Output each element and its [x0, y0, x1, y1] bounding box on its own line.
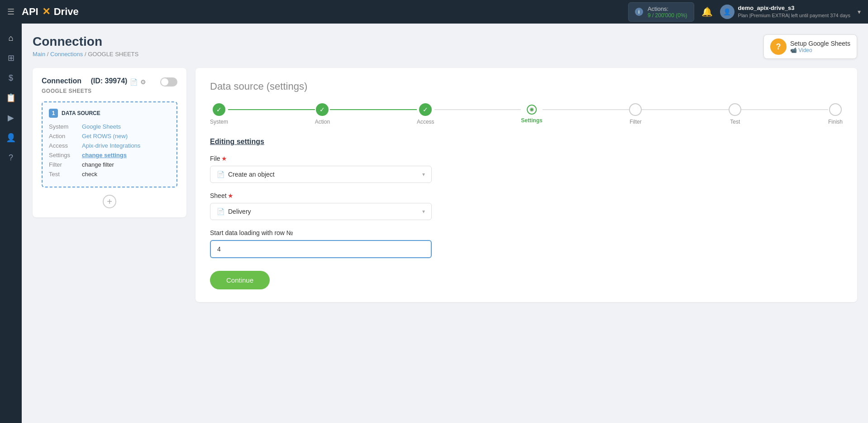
doc-icon[interactable]: 📄: [130, 78, 138, 86]
right-panel: Data source (settings) ✓ System ✓ Action: [196, 68, 857, 302]
info-row-filter: Filter change filter: [49, 161, 170, 168]
connection-title-row: Connection (ID: 39974) 📄 ⚙: [42, 77, 177, 87]
row-form-group: Start data loading with row №: [210, 229, 843, 258]
info-label-action: Action: [49, 133, 78, 139]
step-action: ✓ Action: [315, 103, 330, 125]
sidebar-item-video[interactable]: ▶: [2, 109, 20, 127]
info-row-access: Access Apix-drive Integrations: [49, 142, 170, 149]
step-line-3: [434, 109, 521, 110]
help-circle-icon[interactable]: ?: [770, 38, 787, 55]
help-video-link[interactable]: 📹 Video: [790, 47, 850, 53]
help-title: Setup Google Sheets: [790, 40, 850, 47]
info-value-filter: change filter: [82, 161, 114, 168]
info-row-system: System Google Sheets: [49, 123, 170, 130]
topnav: ☰ API✕Drive i Actions: 9 / 200'000 (0%) …: [0, 0, 868, 24]
step-line-1: [228, 109, 315, 110]
sidebar-item-integrations[interactable]: ⊞: [2, 49, 20, 67]
sheet-select-left: 📄 Delivery: [217, 208, 251, 215]
stepper: ✓ System ✓ Action ✓ Access: [210, 103, 843, 125]
info-label-test: Test: [49, 171, 78, 178]
logo-drive: Drive: [54, 6, 79, 18]
step-line-2: [330, 109, 417, 110]
breadcrumb-main[interactable]: Main: [33, 51, 45, 58]
file-form-group: File★ 📄 Create an object ▾: [210, 155, 843, 183]
info-row-settings: Settings change settings: [49, 152, 170, 159]
step-test: Test: [729, 103, 741, 125]
info-row-test: Test check: [49, 171, 170, 178]
step-label-system: System: [210, 119, 228, 125]
sheet-select-value: Delivery: [228, 208, 251, 215]
step-label-test: Test: [730, 119, 740, 125]
logo-x: ✕: [42, 6, 50, 18]
step-circle-test: [729, 103, 741, 116]
card-num: 1: [49, 109, 58, 118]
main-content: Connection Main / Connections / GOOGLE S…: [22, 24, 868, 423]
info-value-action[interactable]: Get ROWS (new): [82, 133, 128, 139]
help-text: Setup Google Sheets 📹 Video: [790, 40, 850, 53]
bell-icon[interactable]: 🔔: [701, 6, 713, 17]
left-panel: Connection (ID: 39974) 📄 ⚙ GOOGLE SHEETS…: [33, 68, 186, 217]
sheet-chevron-icon: ▾: [422, 208, 425, 215]
file-select-value: Create an object: [228, 171, 275, 178]
sidebar-item-billing[interactable]: $: [2, 69, 20, 87]
file-select[interactable]: 📄 Create an object ▾: [210, 166, 432, 183]
actions-label: Actions:: [648, 5, 687, 12]
step-filter: Filter: [629, 103, 642, 125]
info-value-access[interactable]: Apix-drive Integrations: [82, 142, 140, 149]
help-widget: ? Setup Google Sheets 📹 Video: [763, 34, 857, 59]
info-label-filter: Filter: [49, 161, 78, 168]
step-access: ✓ Access: [417, 103, 434, 125]
step-circle-system: ✓: [213, 103, 225, 116]
toggle-switch[interactable]: [160, 77, 177, 87]
sidebar-item-tasks[interactable]: 📋: [2, 89, 20, 107]
step-label-access: Access: [417, 119, 434, 125]
step-circle-action: ✓: [316, 103, 329, 116]
step-label-action: Action: [315, 119, 330, 125]
file-chevron-icon: ▾: [422, 171, 425, 178]
info-value-settings[interactable]: change settings: [82, 152, 127, 159]
continue-button[interactable]: Continue: [210, 271, 270, 289]
content-row: Connection (ID: 39974) 📄 ⚙ GOOGLE SHEETS…: [33, 68, 857, 302]
user-plan: Plan |Premium EXTRA| left until payment …: [738, 12, 850, 19]
sidebar-item-help[interactable]: ?: [2, 149, 20, 167]
sheet-select[interactable]: 📄 Delivery ▾: [210, 203, 432, 220]
avatar: 👤: [720, 5, 734, 19]
sheet-form-group: Sheet★ 📄 Delivery ▾: [210, 192, 843, 220]
row-input[interactable]: [210, 240, 432, 258]
connection-subtitle: GOOGLE SHEETS: [42, 88, 177, 94]
step-settings: Settings: [521, 105, 542, 124]
sidebar-item-home[interactable]: ⌂: [2, 29, 20, 47]
info-value-test: check: [82, 171, 97, 178]
add-connection-button[interactable]: +: [103, 195, 116, 208]
file-label: File★: [210, 155, 843, 162]
step-finish: Finish: [828, 103, 843, 125]
info-row-action: Action Get ROWS (new): [49, 133, 170, 139]
step-label-filter: Filter: [630, 119, 642, 125]
breadcrumb: Main / Connections / GOOGLE SHEETS: [33, 51, 138, 58]
gear-icon[interactable]: ⚙: [140, 78, 146, 86]
file-select-left: 📄 Create an object: [217, 171, 275, 178]
page-header-left: Connection Main / Connections / GOOGLE S…: [33, 34, 138, 58]
user-menu[interactable]: 👤 demo_apix-drive_s3 Plan |Premium EXTRA…: [720, 5, 861, 19]
page-title: Connection: [33, 34, 138, 49]
row-label: Start data loading with row №: [210, 229, 843, 236]
step-circle-access: ✓: [419, 103, 432, 116]
section-title: Editing settings: [210, 138, 843, 146]
user-info: demo_apix-drive_s3 Plan |Premium EXTRA| …: [738, 5, 850, 19]
step-circle-settings: [527, 105, 537, 115]
breadcrumb-connections[interactable]: Connections: [50, 51, 83, 58]
step-label-finish: Finish: [828, 119, 843, 125]
card-header: 1 DATA SOURCE: [49, 109, 170, 118]
info-value-system[interactable]: Google Sheets: [82, 123, 121, 130]
hamburger-icon[interactable]: ☰: [7, 7, 14, 17]
step-line-6: [741, 109, 828, 110]
actions-counter: i Actions: 9 / 200'000 (0%): [628, 2, 694, 22]
user-chevron-icon[interactable]: ▾: [858, 8, 861, 15]
actions-count: 9 / 200'000 (0%): [648, 12, 687, 19]
sidebar-item-profile[interactable]: 👤: [2, 129, 20, 147]
connection-card: 1 DATA SOURCE System Google Sheets Actio…: [42, 101, 177, 187]
step-circle-finish: [829, 103, 842, 116]
step-system: ✓ System: [210, 103, 228, 125]
step-line-5: [642, 109, 729, 110]
sidebar: ⌂ ⊞ $ 📋 ▶ 👤 ?: [0, 24, 22, 423]
